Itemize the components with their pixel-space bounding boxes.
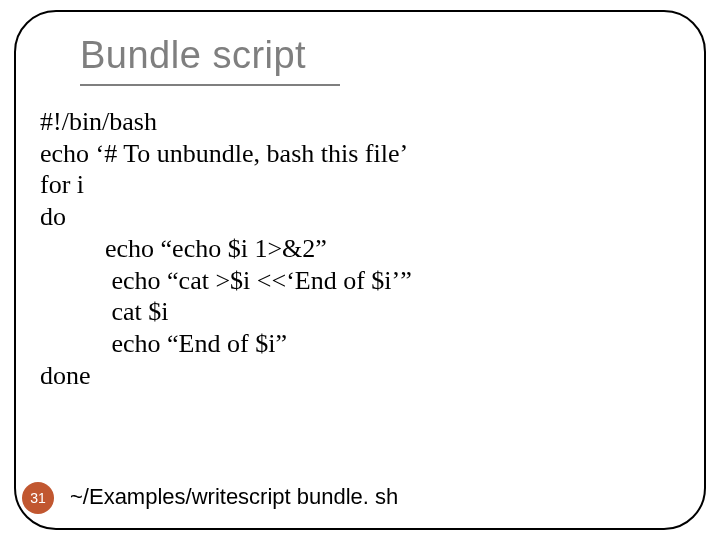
slide-number-badge: 31 (22, 482, 54, 514)
code-block: #!/bin/bash echo ‘# To unbundle, bash th… (40, 106, 412, 391)
slide-number: 31 (30, 490, 46, 506)
footer-path: ~/Examples/writescript bundle. sh (70, 484, 398, 510)
title-underline (80, 84, 340, 86)
slide-title: Bundle script (80, 34, 306, 77)
